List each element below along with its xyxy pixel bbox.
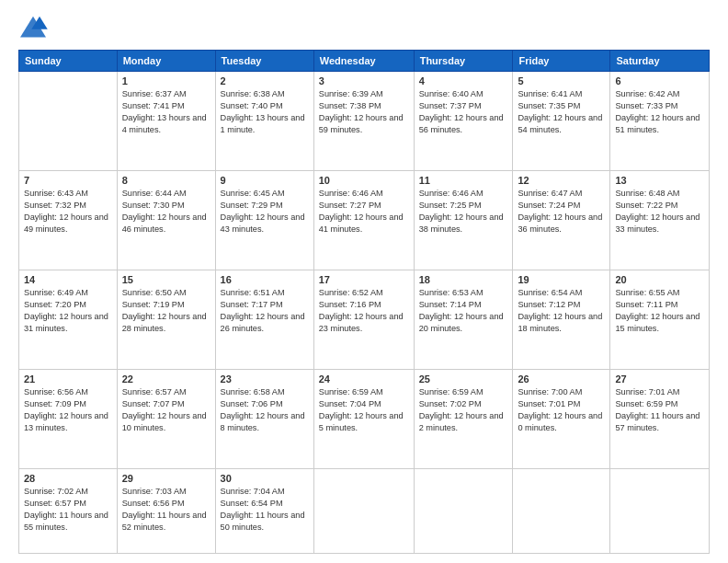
cell-date-number: 23 bbox=[221, 373, 309, 385]
calendar-cell: 6Sunrise: 6:42 AM Sunset: 7:33 PM Daylig… bbox=[610, 72, 710, 171]
cell-date-number: 19 bbox=[518, 274, 605, 285]
calendar-week-1: 1Sunrise: 6:37 AM Sunset: 7:41 PM Daylig… bbox=[19, 72, 710, 171]
cell-info: Sunrise: 6:55 AM Sunset: 7:11 PM Dayligh… bbox=[615, 287, 704, 335]
cell-date-number: 1 bbox=[122, 75, 210, 86]
cell-date-number: 2 bbox=[221, 75, 309, 86]
cell-info: Sunrise: 6:58 AM Sunset: 7:06 PM Dayligh… bbox=[221, 386, 309, 434]
calendar-cell: 21Sunrise: 6:56 AM Sunset: 7:09 PM Dayli… bbox=[19, 370, 118, 469]
cell-info: Sunrise: 6:37 AM Sunset: 7:41 PM Dayligh… bbox=[122, 88, 210, 136]
calendar-cell: 18Sunrise: 6:53 AM Sunset: 7:14 PM Dayli… bbox=[414, 270, 513, 370]
calendar-cell: 27Sunrise: 7:01 AM Sunset: 6:59 PM Dayli… bbox=[610, 370, 710, 469]
day-header-tuesday: Tuesday bbox=[215, 51, 313, 72]
cell-info: Sunrise: 6:59 AM Sunset: 7:02 PM Dayligh… bbox=[419, 386, 508, 434]
cell-info: Sunrise: 7:01 AM Sunset: 6:59 PM Dayligh… bbox=[615, 386, 704, 434]
calendar-cell: 19Sunrise: 6:54 AM Sunset: 7:12 PM Dayli… bbox=[513, 270, 610, 370]
calendar-cell: 13Sunrise: 6:48 AM Sunset: 7:22 PM Dayli… bbox=[610, 171, 710, 270]
cell-date-number: 13 bbox=[615, 175, 704, 186]
cell-info: Sunrise: 6:40 AM Sunset: 7:37 PM Dayligh… bbox=[419, 88, 508, 136]
calendar-cell: 24Sunrise: 6:59 AM Sunset: 7:04 PM Dayli… bbox=[313, 370, 414, 469]
calendar-cell: 14Sunrise: 6:49 AM Sunset: 7:20 PM Dayli… bbox=[19, 270, 118, 370]
calendar-cell: 23Sunrise: 6:58 AM Sunset: 7:06 PM Dayli… bbox=[215, 370, 313, 469]
cell-date-number: 7 bbox=[24, 175, 112, 186]
calendar-cell: 2Sunrise: 6:38 AM Sunset: 7:40 PM Daylig… bbox=[215, 72, 313, 171]
calendar-cell bbox=[513, 469, 610, 554]
cell-date-number: 18 bbox=[419, 274, 508, 285]
cell-date-number: 22 bbox=[122, 373, 210, 385]
cell-date-number: 5 bbox=[518, 75, 605, 86]
calendar-cell: 29Sunrise: 7:03 AM Sunset: 6:56 PM Dayli… bbox=[117, 469, 215, 554]
cell-date-number: 25 bbox=[419, 373, 508, 385]
cell-date-number: 9 bbox=[221, 175, 309, 186]
cell-date-number: 29 bbox=[122, 473, 210, 484]
cell-date-number: 8 bbox=[122, 175, 210, 186]
calendar-header-row: SundayMondayTuesdayWednesdayThursdayFrid… bbox=[19, 51, 710, 72]
cell-info: Sunrise: 7:00 AM Sunset: 7:01 PM Dayligh… bbox=[518, 386, 605, 434]
day-header-thursday: Thursday bbox=[414, 51, 513, 72]
calendar-cell: 1Sunrise: 6:37 AM Sunset: 7:41 PM Daylig… bbox=[117, 72, 215, 171]
cell-date-number: 20 bbox=[615, 274, 704, 285]
cell-info: Sunrise: 6:38 AM Sunset: 7:40 PM Dayligh… bbox=[221, 88, 309, 136]
calendar-cell: 10Sunrise: 6:46 AM Sunset: 7:27 PM Dayli… bbox=[313, 171, 414, 270]
cell-info: Sunrise: 6:53 AM Sunset: 7:14 PM Dayligh… bbox=[419, 287, 508, 335]
cell-info: Sunrise: 6:49 AM Sunset: 7:20 PM Dayligh… bbox=[24, 287, 112, 335]
calendar-cell: 17Sunrise: 6:52 AM Sunset: 7:16 PM Dayli… bbox=[313, 270, 414, 370]
cell-info: Sunrise: 6:57 AM Sunset: 7:07 PM Dayligh… bbox=[122, 386, 210, 434]
calendar-cell: 8Sunrise: 6:44 AM Sunset: 7:30 PM Daylig… bbox=[117, 171, 215, 270]
calendar-cell: 11Sunrise: 6:46 AM Sunset: 7:25 PM Dayli… bbox=[414, 171, 513, 270]
cell-date-number: 12 bbox=[518, 175, 605, 186]
cell-info: Sunrise: 6:46 AM Sunset: 7:27 PM Dayligh… bbox=[319, 188, 409, 236]
cell-info: Sunrise: 7:04 AM Sunset: 6:54 PM Dayligh… bbox=[221, 486, 309, 534]
cell-date-number: 6 bbox=[615, 75, 704, 86]
cell-date-number: 10 bbox=[319, 175, 409, 186]
calendar-cell: 5Sunrise: 6:41 AM Sunset: 7:35 PM Daylig… bbox=[513, 72, 610, 171]
day-header-wednesday: Wednesday bbox=[313, 51, 414, 72]
cell-date-number: 4 bbox=[419, 75, 508, 86]
calendar-week-4: 21Sunrise: 6:56 AM Sunset: 7:09 PM Dayli… bbox=[19, 370, 710, 469]
cell-date-number: 27 bbox=[615, 373, 704, 385]
calendar-cell: 30Sunrise: 7:04 AM Sunset: 6:54 PM Dayli… bbox=[215, 469, 313, 554]
calendar-cell: 20Sunrise: 6:55 AM Sunset: 7:11 PM Dayli… bbox=[610, 270, 710, 370]
day-header-sunday: Sunday bbox=[19, 51, 118, 72]
cell-info: Sunrise: 6:46 AM Sunset: 7:25 PM Dayligh… bbox=[419, 188, 508, 236]
header bbox=[18, 15, 710, 40]
calendar-cell bbox=[414, 469, 513, 554]
cell-date-number: 3 bbox=[319, 75, 409, 86]
logo-icon bbox=[18, 15, 48, 40]
cell-info: Sunrise: 6:51 AM Sunset: 7:17 PM Dayligh… bbox=[221, 287, 309, 335]
logo bbox=[18, 15, 51, 40]
cell-date-number: 30 bbox=[221, 473, 309, 484]
calendar-cell: 28Sunrise: 7:02 AM Sunset: 6:57 PM Dayli… bbox=[19, 469, 118, 554]
calendar-cell bbox=[313, 469, 414, 554]
cell-info: Sunrise: 6:52 AM Sunset: 7:16 PM Dayligh… bbox=[319, 287, 409, 335]
calendar-cell: 12Sunrise: 6:47 AM Sunset: 7:24 PM Dayli… bbox=[513, 171, 610, 270]
calendar-cell bbox=[19, 72, 118, 171]
cell-date-number: 28 bbox=[24, 473, 112, 484]
cell-date-number: 16 bbox=[221, 274, 309, 285]
cell-info: Sunrise: 6:59 AM Sunset: 7:04 PM Dayligh… bbox=[319, 386, 409, 434]
calendar-week-3: 14Sunrise: 6:49 AM Sunset: 7:20 PM Dayli… bbox=[19, 270, 710, 370]
day-header-friday: Friday bbox=[513, 51, 610, 72]
calendar-cell: 3Sunrise: 6:39 AM Sunset: 7:38 PM Daylig… bbox=[313, 72, 414, 171]
calendar-cell: 16Sunrise: 6:51 AM Sunset: 7:17 PM Dayli… bbox=[215, 270, 313, 370]
calendar-week-5: 28Sunrise: 7:02 AM Sunset: 6:57 PM Dayli… bbox=[19, 469, 710, 554]
calendar-cell: 26Sunrise: 7:00 AM Sunset: 7:01 PM Dayli… bbox=[513, 370, 610, 469]
cell-info: Sunrise: 6:48 AM Sunset: 7:22 PM Dayligh… bbox=[615, 188, 704, 236]
cell-date-number: 24 bbox=[319, 373, 409, 385]
cell-info: Sunrise: 6:56 AM Sunset: 7:09 PM Dayligh… bbox=[24, 386, 112, 434]
calendar-cell: 7Sunrise: 6:43 AM Sunset: 7:32 PM Daylig… bbox=[19, 171, 118, 270]
cell-info: Sunrise: 6:47 AM Sunset: 7:24 PM Dayligh… bbox=[518, 188, 605, 236]
calendar-table: SundayMondayTuesdayWednesdayThursdayFrid… bbox=[18, 50, 710, 554]
cell-date-number: 21 bbox=[24, 373, 112, 385]
cell-date-number: 14 bbox=[24, 274, 112, 285]
calendar-cell: 22Sunrise: 6:57 AM Sunset: 7:07 PM Dayli… bbox=[117, 370, 215, 469]
cell-info: Sunrise: 6:41 AM Sunset: 7:35 PM Dayligh… bbox=[518, 88, 605, 136]
cell-info: Sunrise: 7:03 AM Sunset: 6:56 PM Dayligh… bbox=[122, 486, 210, 534]
cell-info: Sunrise: 6:54 AM Sunset: 7:12 PM Dayligh… bbox=[518, 287, 605, 335]
cell-info: Sunrise: 6:50 AM Sunset: 7:19 PM Dayligh… bbox=[122, 287, 210, 335]
cell-info: Sunrise: 7:02 AM Sunset: 6:57 PM Dayligh… bbox=[24, 486, 112, 534]
calendar-cell bbox=[610, 469, 710, 554]
cell-date-number: 17 bbox=[319, 274, 409, 285]
cell-info: Sunrise: 6:45 AM Sunset: 7:29 PM Dayligh… bbox=[221, 188, 309, 236]
cell-date-number: 26 bbox=[518, 373, 605, 385]
day-header-saturday: Saturday bbox=[610, 51, 710, 72]
